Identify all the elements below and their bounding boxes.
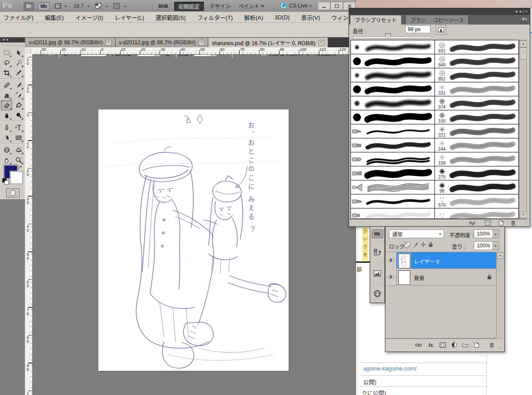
default-colors-icon[interactable] [2, 178, 8, 184]
brush-preset-item[interactable]: 275 [435, 166, 519, 180]
layer-thumbnail[interactable] [398, 254, 410, 268]
tab-brush-presets[interactable]: ブラシプリセット [350, 15, 402, 25]
visibility-gutter[interactable] [385, 269, 397, 286]
brush-preset-item[interactable] [351, 180, 434, 194]
restore-button[interactable] [330, 2, 343, 10]
brush-preset-item[interactable] [351, 40, 434, 54]
menu-item[interactable]: 3D(D) [275, 14, 290, 21]
path-selection-tool-icon[interactable] [1, 133, 12, 143]
layer-row[interactable]: 背景 [385, 269, 496, 286]
brush-preset-item[interactable]: 852 [435, 68, 519, 82]
menu-item[interactable]: フィルター(T) [197, 13, 233, 21]
menu-item[interactable]: 編集(E) [45, 13, 64, 21]
fill-value[interactable]: 100% [474, 241, 493, 250]
brush-preset-item[interactable]: 374 [435, 96, 519, 110]
lock-transparency-icon[interactable] [405, 242, 410, 247]
menu-item[interactable]: 表示(V) [301, 13, 320, 21]
brush-preview-toggle-icon[interactable] [436, 25, 446, 35]
quick-mask-button[interactable] [6, 188, 20, 198]
horizontal-ruler[interactable]: 3020100102030405060708090100110120130 [32, 47, 355, 55]
brush-list-scrollbar[interactable]: ▲ ≡ ▼ [519, 40, 527, 219]
collapse-panel-icon[interactable]: ◄◄ [514, 9, 522, 14]
shape-tool-icon[interactable] [13, 133, 24, 143]
brush-preset-item[interactable] [351, 82, 434, 96]
close-tab-icon[interactable]: × [199, 40, 204, 46]
brush-preset-item[interactable]: 570 [435, 194, 519, 208]
lock-paint-icon[interactable] [413, 242, 418, 247]
brush-preset-item[interactable]: 221 [435, 124, 519, 138]
brush-tool-icon[interactable] [13, 80, 24, 90]
chevron-down-icon[interactable]: ▾ [124, 4, 126, 8]
eye-icon[interactable] [387, 275, 395, 279]
layer-name[interactable]: 背景 [414, 274, 424, 282]
minimize-button[interactable] [318, 2, 330, 10]
brush-preset-item[interactable]: 691 [435, 40, 519, 54]
diameter-input[interactable]: 98 px [405, 25, 430, 33]
background-color-swatch[interactable] [10, 171, 23, 184]
chevron-down-icon[interactable]: ▾ [65, 4, 66, 8]
adjustment-layer-icon[interactable] [450, 341, 458, 349]
brush-preset-item[interactable]: 100 [435, 110, 519, 124]
brush-preset-item[interactable] [351, 124, 434, 138]
screen-mode-icon[interactable] [113, 2, 122, 10]
healing-brush-tool-icon[interactable] [1, 80, 12, 90]
magic-wand-tool-icon[interactable] [13, 58, 24, 68]
menu-item[interactable]: 選択範囲(S) [155, 13, 186, 21]
layer-mask-icon[interactable] [438, 341, 447, 349]
workspace-button-paint[interactable]: ペイント [234, 2, 263, 10]
scroll-up-icon[interactable]: ▲ [497, 252, 504, 259]
layer-opacity-value[interactable]: 100% [474, 229, 493, 238]
layer-thumbnail[interactable] [398, 270, 410, 285]
brush-preset-item[interactable]: 849 [435, 54, 519, 68]
link-layers-icon[interactable] [414, 341, 423, 349]
new-layer-icon[interactable] [472, 341, 481, 349]
blur-tool-icon[interactable] [1, 110, 12, 120]
delete-layer-icon[interactable] [487, 341, 496, 349]
lasso-tool-icon[interactable] [1, 58, 12, 68]
eyedropper-tool-icon[interactable] [13, 68, 24, 78]
3d-orbit-tool-icon[interactable] [13, 145, 24, 155]
brush-preset-item[interactable] [351, 68, 434, 82]
preset-manager-icon[interactable] [484, 219, 492, 226]
visibility-gutter[interactable] [385, 252, 397, 269]
stroke-preview-icon[interactable] [468, 219, 476, 226]
vertical-ruler[interactable]: 20100102030405060708090100 [25, 54, 33, 395]
brush-preset-item[interactable]: 244 [435, 138, 519, 152]
scroll-down-icon[interactable]: ▼ [520, 212, 527, 218]
layer-name[interactable]: レイヤー 0 [414, 257, 439, 265]
brush-preset-item[interactable]: 109 [435, 152, 519, 166]
3d-rotate-tool-icon[interactable] [1, 145, 12, 155]
menu-item[interactable]: レイヤー(L) [115, 13, 144, 21]
close-tab-icon[interactable]: × [318, 40, 324, 46]
document-tab[interactable]: sharunos.psd @ 16.7% (レイヤー 0, RGB/8)× [208, 38, 328, 47]
history-panel-icon[interactable] [370, 243, 385, 261]
delete-preset-icon[interactable] [509, 219, 517, 226]
panel-resize-grip[interactable] [525, 221, 529, 226]
toolbar-collapse-icon[interactable]: ◄◄ [0, 37, 25, 42]
bridge-button[interactable]: Br [24, 2, 34, 11]
dodge-tool-icon[interactable] [13, 110, 24, 120]
histogram-panel-icon[interactable] [370, 265, 385, 282]
layer-opacity-spinner[interactable]: ▸ [493, 229, 499, 238]
close-tab-icon[interactable]: × [106, 40, 112, 46]
link-label[interactable]: link [158, 3, 168, 9]
paint-bucket-tool-icon[interactable] [13, 100, 24, 110]
mini-bridge-panel-button[interactable]: Mb [372, 229, 383, 238]
workspace-overflow-chevrons[interactable]: » [261, 2, 264, 9]
ruler-origin-corner[interactable] [25, 47, 33, 55]
close-panel-icon[interactable]: × [525, 9, 528, 14]
lock-position-icon[interactable] [420, 242, 426, 247]
layer-style-icon[interactable]: fx. [427, 341, 436, 349]
workspace-button-design[interactable]: デザイン [206, 2, 234, 10]
info-panel-icon[interactable] [370, 286, 385, 301]
scroll-up-icon[interactable]: ▲ [520, 41, 527, 47]
move-tool-icon[interactable] [13, 48, 24, 58]
view-extras-icon[interactable] [54, 2, 63, 10]
new-group-icon[interactable] [461, 341, 469, 349]
tab-clone-source[interactable]: コピーソース [428, 15, 469, 25]
zoom-level-value[interactable]: 16.7 [74, 3, 84, 9]
scrollbar-thumb[interactable]: ≡ [520, 47, 527, 60]
tab-brush[interactable]: ブラシ [406, 15, 431, 25]
brush-preset-item[interactable]: 331 [435, 82, 519, 96]
menu-item[interactable]: ファイル(F) [4, 13, 34, 21]
